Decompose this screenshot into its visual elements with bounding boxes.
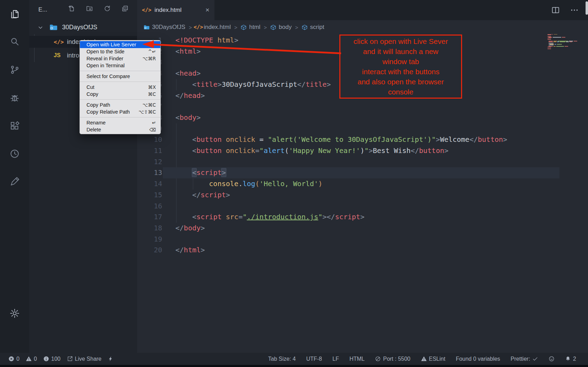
extensions-icon[interactable] — [9, 121, 20, 131]
menu-item-cut[interactable]: Cut⌘X — [80, 84, 160, 91]
sidebar-actions — [68, 5, 129, 12]
breadcrumb-item-body[interactable]: body — [270, 24, 292, 31]
status-item-smiley-icon[interactable] — [549, 356, 555, 362]
more-actions-icon[interactable] — [570, 6, 579, 15]
new-file-icon[interactable] — [68, 5, 75, 12]
menu-item-delete[interactable]: Delete⌫ — [80, 126, 160, 133]
minimap-line — [548, 48, 551, 49]
info-icon — [43, 356, 49, 362]
status-item-100[interactable]: 100 — [43, 356, 61, 362]
breadcrumb-separator: > — [295, 24, 298, 30]
status-item-html[interactable]: HTML — [349, 356, 365, 362]
code-line-14: 14 console.log('Hello, World') — [137, 178, 588, 190]
menu-separator — [80, 82, 160, 82]
breadcrumb-item-30daysofjs[interactable]: 30DaysOfJS — [144, 24, 185, 31]
context-menu: Open with Live ServerOpen to the Side^↵R… — [80, 40, 161, 134]
explorer-title: E... — [38, 6, 47, 13]
status-item-0[interactable]: 0 — [26, 356, 37, 362]
status-item-prettier-[interactable]: Prettier: — [511, 356, 538, 362]
minimap-line — [549, 45, 553, 45]
menu-item-select-for-compare[interactable]: Select for Compare — [80, 73, 160, 80]
html-code-icon: </> — [54, 39, 64, 45]
annotation-line: click on open with Live Sever — [340, 36, 461, 46]
annotation-line: window tab — [340, 56, 461, 67]
menu-item-rename[interactable]: Rename↵ — [80, 119, 160, 126]
new-folder-icon[interactable] — [86, 5, 93, 12]
editor-actions — [551, 6, 579, 15]
line-number: 10 — [137, 134, 162, 145]
breadcrumb-item-script[interactable]: script — [302, 24, 324, 31]
code-line-13: 13 <script> — [137, 167, 588, 178]
status-item-live-share[interactable]: Live Share — [67, 356, 102, 362]
collapse-all-icon[interactable] — [121, 5, 129, 12]
minimap-line — [548, 35, 551, 35]
code-line-17: 17 <script src="./introduction.js"></scr… — [137, 212, 588, 223]
status-item-tab-size-4[interactable]: Tab Size: 4 — [268, 356, 296, 362]
breadcrumb-separator: > — [234, 24, 238, 30]
bell-icon — [565, 356, 571, 362]
minimap[interactable] — [548, 34, 580, 52]
annotation-line: and also open the browser — [340, 77, 461, 87]
refresh-icon[interactable] — [104, 5, 111, 12]
menu-item-open-to-the-side[interactable]: Open to the Side^↵ — [80, 48, 160, 55]
edit-pen-icon[interactable] — [9, 176, 20, 187]
chevron-down-icon — [38, 25, 43, 30]
status-item-utf-8[interactable]: UTF-8 — [306, 356, 322, 362]
status-item-port-5500[interactable]: Port : 5500 — [375, 356, 410, 362]
line-number: 11 — [137, 145, 162, 156]
menu-item-reveal-in-finder[interactable]: Reveal in Finder⌥⌘R — [80, 55, 160, 62]
symbol-cube-icon — [270, 24, 276, 30]
tree-root-label: 30DaysOfJS — [62, 24, 97, 31]
code-line-16: 16 — [137, 201, 588, 212]
menu-separator — [80, 71, 160, 71]
minimap-line — [548, 38, 551, 38]
smiley-icon — [549, 356, 555, 362]
search-icon[interactable] — [9, 36, 20, 47]
status-item-eslint[interactable]: ESLint — [421, 356, 445, 362]
symbol-cube-icon — [302, 24, 308, 30]
tabbar-scrollbar[interactable] — [586, 1, 588, 15]
status-item-0[interactable]: 0 — [8, 356, 20, 362]
window-bottom-edge — [0, 365, 588, 367]
status-item-lf[interactable]: LF — [332, 356, 339, 362]
menu-item-copy-path[interactable]: Copy Path⌥⌘C — [80, 101, 160, 108]
split-editor-icon[interactable] — [551, 6, 560, 15]
html-code-icon: </> — [195, 24, 201, 30]
minimap-line — [549, 46, 568, 47]
menu-item-copy-relative-path[interactable]: Copy Relative Path⌥⇧⌘C — [80, 108, 160, 115]
code-line-11: 11 <button onclick="alert('Happy New Yea… — [137, 145, 588, 156]
line-number: 20 — [137, 245, 162, 256]
live-share-icon — [67, 356, 73, 362]
line-number: 12 — [137, 156, 162, 168]
menu-separator — [80, 117, 160, 117]
menu-item-open-in-terminal[interactable]: Open in Terminal — [80, 62, 160, 69]
line-number: 18 — [137, 223, 162, 234]
status-bar: 00100Live Share Tab Size: 4UTF-8LFHTMLPo… — [0, 353, 588, 365]
status-item-lightning-icon[interactable] — [108, 356, 114, 362]
code-line-19: 19 — [137, 234, 588, 245]
source-control-icon[interactable] — [9, 64, 20, 75]
status-left-group: 00100Live Share — [8, 353, 114, 365]
symbol-cube-icon — [241, 24, 247, 30]
tab-index-html[interactable]: </> index.html ✕ — [137, 0, 214, 20]
code-line-9: 9 — [137, 123, 588, 135]
clock-icon[interactable] — [9, 148, 20, 159]
menu-item-copy[interactable]: Copy⌘C — [80, 91, 160, 98]
breadcrumb-item-index-html[interactable]: </>index.html — [195, 24, 231, 31]
code-line-7: 7 — [137, 101, 588, 112]
minimap-line — [548, 47, 551, 47]
breadcrumb-item-html[interactable]: html — [241, 24, 260, 31]
breadcrumb: 30DaysOfJS></>index.html>html>body>scrip… — [137, 20, 588, 34]
tab-bar: </> index.html ✕ — [137, 0, 588, 20]
explorer-icon[interactable] — [9, 9, 20, 19]
debug-icon[interactable] — [9, 93, 20, 103]
tree-root-folder[interactable]: 30DaysOfJS — [29, 22, 137, 33]
status-item-2[interactable]: 2 — [565, 356, 576, 362]
tab-close-icon[interactable]: ✕ — [205, 7, 210, 13]
status-item-found-0-variables[interactable]: Found 0 variables — [456, 356, 500, 362]
minimap-line — [548, 39, 551, 40]
settings-gear-icon[interactable] — [9, 308, 20, 319]
menu-item-open-with-live-server[interactable]: Open with Live Server — [80, 41, 160, 48]
lightning-icon — [108, 356, 114, 362]
folder-icon — [50, 24, 58, 31]
